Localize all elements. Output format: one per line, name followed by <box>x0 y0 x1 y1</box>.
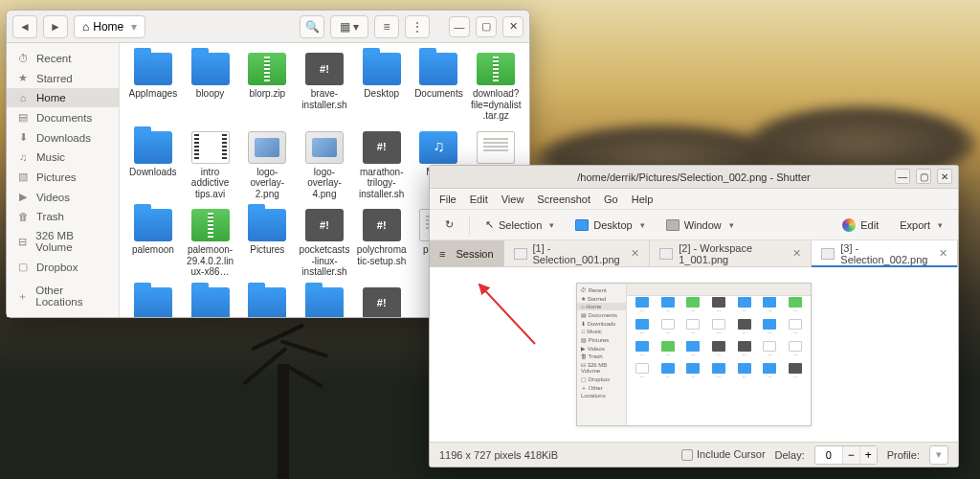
sidebar-item-label: Starred <box>36 73 73 84</box>
sidebar-item-326-mb-volume[interactable]: ⊟326 MB Volume <box>7 226 119 257</box>
sidebar-item-pictures[interactable]: ▧Pictures <box>7 167 119 187</box>
tab-close-icon[interactable]: ✕ <box>939 247 947 260</box>
file-label: AppImages <box>129 88 178 100</box>
file-item[interactable]: Templates <box>239 285 295 318</box>
sidebar-icon: ▧ <box>16 171 30 183</box>
file-item[interactable]: AppImages <box>125 51 181 124</box>
tab-close-icon[interactable]: ✕ <box>631 247 639 260</box>
window-minimize-button[interactable]: — <box>449 16 470 37</box>
color-wheel-icon <box>842 218 856 232</box>
tab-label: [3] - Selection_002.png <box>840 242 933 265</box>
sidebar-item-videos[interactable]: ▶Videos <box>7 187 119 207</box>
window-maximize-button[interactable]: ▢ <box>476 16 497 37</box>
sidebar-item-other-locations[interactable]: ＋Other Locations <box>7 281 119 311</box>
file-item[interactable]: intro addictive tips.avi <box>183 129 238 202</box>
nav-forward-button[interactable]: ► <box>43 15 68 38</box>
file-item[interactable]: #!polychromatic-setup.sh <box>354 207 410 280</box>
window-capture-button[interactable]: Window <box>660 217 740 234</box>
delay-decrement-button[interactable]: − <box>842 446 859 464</box>
tab-thumb <box>514 248 527 260</box>
file-label: bloopy <box>196 88 224 100</box>
menu-edit[interactable]: Edit <box>470 194 488 205</box>
sidebar-icon: 🗑 <box>16 211 30 222</box>
delay-increment-button[interactable]: + <box>859 446 877 464</box>
shutter-preview-area: ⏱ Recent★ Starred⌂ Home ▤ Documents⬇ Dow… <box>430 267 958 442</box>
sidebar-item-dropbox[interactable]: ▢Dropbox <box>7 257 119 277</box>
file-item[interactable]: #!brave-installer.sh <box>297 51 352 124</box>
sidebar-item-music[interactable]: ♫Music <box>7 148 119 167</box>
menu-view[interactable]: View <box>501 194 524 205</box>
breadcrumb[interactable]: ⌂ Home ▾ <box>74 15 145 38</box>
profile-dropdown[interactable]: ▾ <box>929 445 948 465</box>
file-label: Documents <box>414 88 463 100</box>
screenshot-thumbnail[interactable]: ⏱ Recent★ Starred⌂ Home ▤ Documents⬇ Dow… <box>576 283 812 426</box>
file-item[interactable]: Downloads <box>125 129 181 202</box>
menu-go[interactable]: Go <box>604 194 618 205</box>
menu-file[interactable]: File <box>439 194 457 205</box>
window-minimize-button[interactable]: — <box>895 169 910 184</box>
sidebar-item-label: Home <box>36 92 66 103</box>
file-item[interactable]: Pictures <box>239 207 295 280</box>
file-label: polychromatic-setup.sh <box>356 244 408 266</box>
desktop-capture-button[interactable]: Desktop <box>569 217 650 234</box>
export-button[interactable]: Export <box>894 217 948 234</box>
sidebar-item-label: Recent <box>36 53 71 64</box>
redo-button[interactable]: ↻ <box>439 216 459 234</box>
delay-input[interactable] <box>815 449 842 461</box>
selection-capture-button[interactable]: ↖ Selection <box>479 216 560 234</box>
file-item[interactable]: snap <box>125 285 181 318</box>
file-item[interactable]: logo-overlay-4.png <box>297 129 352 202</box>
file-item[interactable]: #!tomate <box>354 285 410 318</box>
sidebar-item-documents[interactable]: ▤Documents <box>7 107 119 127</box>
edit-button[interactable]: Edit <box>836 216 884 235</box>
sidebar-icon: ＋ <box>16 289 29 304</box>
kebab-menu-button[interactable]: ⋮ <box>405 15 430 38</box>
breadcrumb-label: Home <box>93 20 123 34</box>
window-close-button[interactable]: ✕ <box>937 169 952 184</box>
sidebar-item-starred[interactable]: ★Starred <box>7 68 119 88</box>
file-item[interactable]: Storage <box>183 285 238 318</box>
sidebar-item-label: 326 MB Volume <box>35 230 109 253</box>
svg-line-0 <box>479 285 535 344</box>
file-item[interactable]: #!marathon-trilogy-installer.sh <box>354 129 410 202</box>
tab-close-icon[interactable]: ✕ <box>792 247 801 260</box>
window-icon <box>666 219 679 231</box>
sidebar-item-label: Documents <box>36 112 92 124</box>
menu-help[interactable]: Help <box>632 194 654 205</box>
delay-stepper[interactable]: − + <box>814 445 878 465</box>
file-item[interactable]: test <box>297 285 352 318</box>
hamburger-menu-button[interactable]: ≡ <box>374 15 399 38</box>
tab-screenshot[interactable]: [2] - Workspace 1_001.png✕ <box>650 240 812 266</box>
tab-screenshot[interactable]: [1] - Selection_001.png✕ <box>504 240 651 266</box>
menu-screenshot[interactable]: Screenshot <box>537 194 590 205</box>
include-cursor-checkbox[interactable]: Include Cursor <box>681 448 766 461</box>
file-label: marathon-trilogy-installer.sh <box>356 167 408 200</box>
file-manager-sidebar: ⏱Recent★Starred⌂Home▤Documents⬇Downloads… <box>7 43 120 317</box>
search-button[interactable]: 🔍 <box>300 15 324 38</box>
delay-label: Delay: <box>775 449 805 461</box>
window-close-button[interactable]: ✕ <box>502 16 523 37</box>
file-item[interactable]: palemoon-29.4.0.2.linux-x86… <box>183 207 238 280</box>
sidebar-item-home[interactable]: ⌂Home <box>7 88 119 107</box>
file-item[interactable]: palemoon <box>125 207 181 280</box>
file-label: brave-installer.sh <box>299 88 350 110</box>
wallpaper-tree <box>220 307 354 479</box>
sidebar-item-recent[interactable]: ⏱Recent <box>7 49 119 68</box>
sidebar-item-trash[interactable]: 🗑Trash <box>7 207 119 226</box>
file-item[interactable]: blorp.zip <box>239 51 295 124</box>
sidebar-item-downloads[interactable]: ⬇Downloads <box>7 127 119 148</box>
window-maximize-button[interactable]: ▢ <box>916 169 931 184</box>
tab-screenshot[interactable]: [3] - Selection_002.png✕ <box>812 240 958 266</box>
file-item[interactable]: Desktop <box>354 51 410 124</box>
tab-session[interactable]: Session <box>430 240 504 266</box>
view-mode-button[interactable]: ▦ ▾ <box>330 15 368 38</box>
nav-back-button[interactable]: ◄ <box>12 15 37 38</box>
file-item[interactable]: download?file=dynalist.tar.gz <box>468 51 523 124</box>
sidebar-icon: ★ <box>16 72 30 84</box>
file-item[interactable]: #!pocketcasts-linux-installer.sh <box>297 207 352 280</box>
file-item[interactable]: bloopy <box>183 51 238 124</box>
file-item[interactable]: logo-overlay-2.png <box>239 129 295 202</box>
file-label: logo-overlay-2.png <box>241 167 293 200</box>
sidebar-icon: ⏱ <box>16 53 30 64</box>
file-item[interactable]: Documents <box>412 51 467 124</box>
